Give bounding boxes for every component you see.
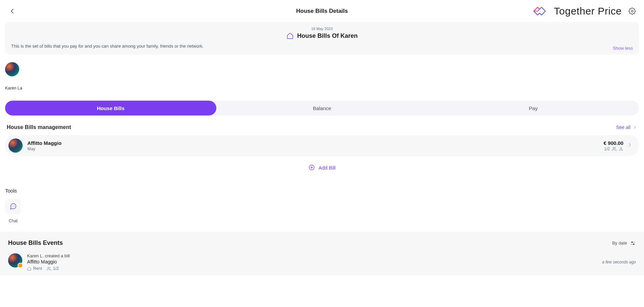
events-heading: House Bills Events	[8, 239, 63, 247]
events-section: House Bills Events By date Karen L. crea…	[0, 232, 644, 276]
bill-item[interactable]: Affitto Maggio May € 900.00 1/2	[5, 135, 639, 156]
event-category: Rent	[33, 266, 42, 271]
event-line1: Karen L. created a bill	[27, 253, 597, 258]
info-date: 16 May 2023	[11, 27, 633, 31]
bill-subtitle: May	[27, 147, 599, 151]
tool-chat-label: Chat	[5, 219, 21, 223]
tab-bar: House Bills Balance Pay	[5, 101, 639, 116]
bill-title: Affitto Maggio	[27, 140, 599, 146]
events-sort-button[interactable]: By date	[612, 240, 636, 246]
brand-name: Together Price	[554, 5, 622, 17]
owner-section: Karen La	[5, 62, 639, 91]
settings-button[interactable]	[628, 7, 636, 15]
chevron-right-icon	[633, 125, 637, 130]
svg-point-14	[633, 244, 634, 245]
house-icon	[27, 266, 31, 271]
svg-point-1	[613, 147, 615, 149]
see-all-label: See all	[616, 125, 630, 130]
app-header: House Bills Details Together Price	[0, 0, 644, 22]
bill-participants: 1/2	[604, 147, 610, 151]
management-title: House Bills management	[7, 124, 71, 130]
events-sort-label: By date	[612, 240, 627, 246]
add-bill-label: Add Bill	[318, 165, 336, 171]
owner-avatar[interactable]	[5, 62, 19, 76]
event-badge-icon	[18, 263, 23, 268]
tab-balance[interactable]: Balance	[216, 101, 428, 116]
event-participants: 1/2	[53, 266, 58, 271]
plus-circle-icon	[308, 164, 315, 171]
svg-point-15	[48, 267, 49, 268]
bill-avatar	[8, 138, 23, 153]
tool-chat[interactable]	[5, 198, 21, 214]
brand-logo-icon	[532, 3, 547, 19]
back-button[interactable]	[8, 7, 16, 15]
users-icon	[612, 147, 617, 151]
chat-icon	[9, 203, 17, 210]
tools-section: Tools Chat	[5, 188, 639, 223]
tab-house-bills[interactable]: House Bills	[5, 101, 216, 116]
tab-pay[interactable]: Pay	[428, 101, 639, 116]
svg-point-0	[631, 10, 633, 12]
management-header: House Bills management See all	[7, 124, 637, 130]
owner-name: Karen La	[5, 86, 639, 91]
page-title: House Bills Details	[296, 8, 348, 15]
sliders-icon	[630, 240, 636, 246]
info-description: This is the set of bills that you pay fo…	[11, 44, 633, 49]
bill-amount: € 900.00	[604, 140, 623, 146]
house-icon	[286, 32, 294, 40]
add-bill-button[interactable]: Add Bill	[0, 164, 644, 171]
users-icon	[47, 266, 51, 271]
chevron-right-icon	[627, 142, 633, 149]
tools-heading: Tools	[5, 188, 639, 194]
event-line2: Affitto Maggio	[27, 259, 597, 264]
svg-point-13	[631, 241, 633, 242]
see-all-link[interactable]: See all	[616, 125, 637, 130]
split-icon	[619, 147, 623, 151]
event-time: a few seconds ago	[602, 260, 636, 264]
info-card: 16 May 2023 House Bills Of Karen This is…	[5, 22, 639, 55]
event-avatar	[8, 253, 22, 267]
event-item[interactable]: Karen L. created a bill Affitto Maggio R…	[8, 253, 636, 271]
info-title: House Bills Of Karen	[297, 32, 358, 40]
show-less-toggle[interactable]: Show less	[613, 46, 633, 51]
